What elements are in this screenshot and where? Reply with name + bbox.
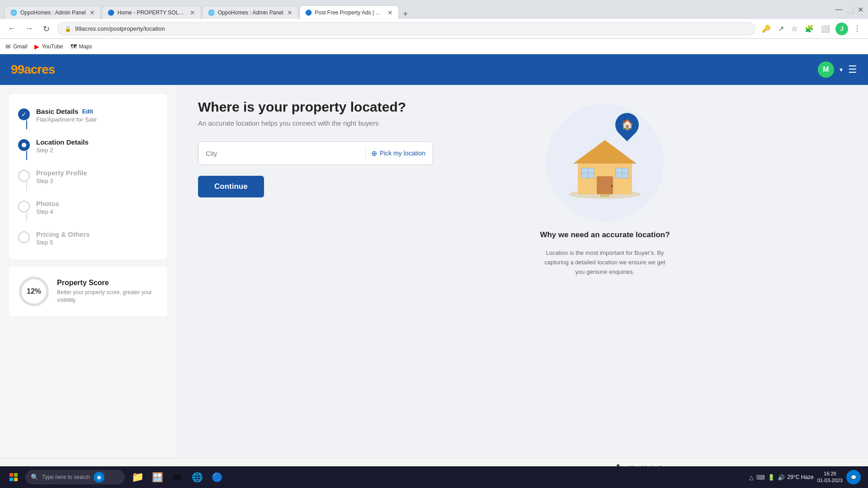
menu-icon-button[interactable]: ⋮ <box>852 23 863 35</box>
browser-chrome: 🌐 OppoHomes : Admin Panel ✕ 🔵 Home - PRO… <box>0 0 868 54</box>
volume-icon[interactable]: 🔊 <box>778 474 785 481</box>
profile-avatar-nav[interactable]: J <box>835 23 848 35</box>
browser-tab-1[interactable]: 🌐 OppoHomes : Admin Panel ✕ <box>5 5 101 19</box>
browser-tab-4[interactable]: 🔵 Post Free Property Ads | Sell/rent... … <box>299 5 399 19</box>
key-icon-button[interactable]: 🔑 <box>760 23 773 35</box>
city-input[interactable] <box>206 150 360 157</box>
back-button[interactable]: ← <box>5 23 18 35</box>
pick-location-button[interactable]: ⊕ Pick my location <box>371 149 425 158</box>
taskbar-chrome[interactable]: 🌐 <box>188 467 206 487</box>
step-item-3: Property Profile Step 3 <box>18 164 158 195</box>
taskbar-search-text: Type here to search <box>42 474 90 480</box>
continue-button[interactable]: Continue <box>198 176 264 197</box>
tab-add-button[interactable]: + <box>400 9 412 19</box>
maximize-button[interactable]: ⬜ <box>846 6 854 13</box>
step-item-1: ✓ Basic Details Edit Flat/Apartment for … <box>18 103 158 134</box>
step-item-4: Photos Step 4 <box>18 195 158 226</box>
steps-card: ✓ Basic Details Edit Flat/Apartment for … <box>9 94 167 259</box>
gmail-icon: ✉ <box>5 43 11 50</box>
notification-button[interactable]: 💬 <box>846 470 861 484</box>
minimize-button[interactable]: — <box>835 5 843 14</box>
score-info: Property Score Better your property scor… <box>57 279 158 304</box>
address-bar[interactable]: 🔒 99acres.com/postproperty/location <box>57 22 755 35</box>
share-icon-button[interactable]: ↗ <box>776 23 786 35</box>
window-controls: — ⬜ ✕ <box>835 5 863 14</box>
refresh-button[interactable]: ↻ <box>40 23 52 35</box>
bookmark-maps[interactable]: 🗺 Maps <box>71 43 92 50</box>
location-icon: ⊕ <box>371 149 377 158</box>
youtube-icon: ▶ <box>34 43 39 50</box>
tab-favicon-4: 🔵 <box>305 9 311 16</box>
address-text: 99acres.com/postproperty/location <box>75 25 165 32</box>
step-name-2: Location Details <box>36 138 89 146</box>
taskbar-search-bar[interactable]: 🔍 Type here to search ◉ <box>25 470 125 484</box>
browser-nav: ← → ↻ 🔒 99acres.com/postproperty/locatio… <box>0 19 868 39</box>
step-content-1: Basic Details Edit Flat/Apartment for Sa… <box>36 108 158 123</box>
clock-date: 01-03-2023 <box>817 477 843 484</box>
tab-close-3[interactable]: ✕ <box>287 9 292 16</box>
tab-title-4: Post Free Property Ads | Sell/rent... <box>315 9 384 16</box>
taskbar-chrome-alt[interactable]: 🔵 <box>208 467 226 487</box>
tab-close-2[interactable]: ✕ <box>190 9 195 16</box>
app-container: 99acres M ▾ ☰ ✓ <box>0 54 868 488</box>
extensions-icon-button[interactable]: 🧩 <box>803 23 816 35</box>
battery-icon: 🔋 <box>768 474 775 481</box>
taskbar-right: △ ⌨ 🔋 🔊 29°C Haze 16:28 01-03-2023 💬 <box>749 470 864 484</box>
score-title: Property Score <box>57 279 158 287</box>
forward-button[interactable]: → <box>23 23 35 35</box>
bookmark-icon-button[interactable]: ☆ <box>789 23 799 35</box>
svg-rect-16 <box>9 478 13 481</box>
taskbar-msstore[interactable]: 🪟 <box>148 467 166 487</box>
taskbar-apps: 📁 🪟 ✉ 🌐 🔵 <box>128 467 226 487</box>
chevron-up-icon[interactable]: △ <box>749 474 754 481</box>
step-connector-1 <box>26 120 27 129</box>
tab-title-2: Home - PROPERTY SOLUTION <box>118 9 186 16</box>
taskbar-tray: △ ⌨ 🔋 🔊 29°C Haze <box>749 474 814 481</box>
avatar-chevron-icon[interactable]: ▾ <box>840 66 843 73</box>
step-content-2: Location Details Step 2 <box>36 138 158 154</box>
illustration-container: 🏠 <box>546 104 664 221</box>
nav-icons: 🔑 ↗ ☆ 🧩 ⬜ J ⋮ <box>760 23 863 35</box>
svg-rect-17 <box>14 478 18 481</box>
taskbar-explorer[interactable]: 📁 <box>128 467 146 487</box>
step-name-1: Basic Details <box>36 108 78 115</box>
input-divider <box>365 148 366 159</box>
score-value: 12% <box>27 287 41 296</box>
site-logo: 99acres <box>11 62 55 77</box>
tab-close-4[interactable]: ✕ <box>387 9 393 16</box>
step-name-5: Pricing & Others <box>36 230 90 238</box>
bookmark-youtube[interactable]: ▶ YouTube <box>34 43 63 50</box>
tab-close-1[interactable]: ✕ <box>90 9 95 16</box>
step-item-5: Pricing & Others Step 5 <box>18 226 158 250</box>
browser-titlebar: 🌐 OppoHomes : Admin Panel ✕ 🔵 Home - PRO… <box>0 0 868 19</box>
step-content-5: Pricing & Others Step 5 <box>36 230 158 246</box>
city-input-wrapper[interactable]: ⊕ Pick my location <box>198 141 433 165</box>
browser-tab-2[interactable]: 🔵 Home - PROPERTY SOLUTION ✕ <box>102 5 201 19</box>
step-name-4: Photos <box>36 200 59 207</box>
svg-marker-4 <box>573 140 637 164</box>
step-connector-3 <box>26 182 27 191</box>
user-avatar[interactable]: M <box>818 61 834 78</box>
tab-title-3: OppoHomes : Admin Panel <box>218 9 283 16</box>
step-edit-1[interactable]: Edit <box>82 108 93 115</box>
taskbar-mail[interactable]: ✉ <box>168 467 186 487</box>
close-button[interactable]: ✕ <box>858 5 863 14</box>
step-connector-2 <box>26 151 27 160</box>
illustration-section: 🏠 <box>533 99 677 443</box>
clock-time: 16:28 <box>817 470 843 477</box>
step-sub-5: Step 5 <box>36 239 158 246</box>
sidebar-icon-button[interactable]: ⬜ <box>819 23 832 35</box>
tab-favicon-2: 🔵 <box>108 9 114 16</box>
cortana-icon[interactable]: ◉ <box>94 472 104 483</box>
start-button[interactable] <box>4 467 24 487</box>
step-connector-4 <box>26 212 27 221</box>
bookmark-gmail[interactable]: ✉ Gmail <box>5 43 27 50</box>
form-title: Where is your property located? <box>198 99 505 115</box>
browser-tabs: 🌐 OppoHomes : Admin Panel ✕ 🔵 Home - PRO… <box>5 0 832 19</box>
hamburger-menu-icon[interactable]: ☰ <box>848 64 857 75</box>
pick-location-label: Pick my location <box>380 150 425 157</box>
step-item-2: Location Details Step 2 <box>18 134 158 164</box>
browser-tab-3[interactable]: 🌐 OppoHomes : Admin Panel ✕ <box>202 5 298 19</box>
gmail-label: Gmail <box>13 43 27 50</box>
main-content: Where is your property located? An accur… <box>176 85 868 458</box>
